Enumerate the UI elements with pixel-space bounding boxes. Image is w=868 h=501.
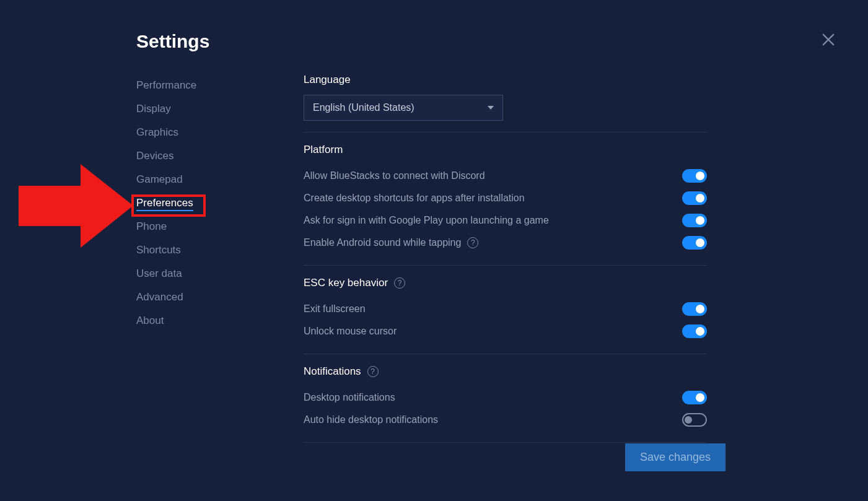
section-language: Language English (United States) (304, 74, 707, 133)
sidebar-item-label: Graphics (136, 126, 178, 138)
section-title-language: Language (304, 74, 707, 86)
sidebar-item-label: Display (136, 103, 171, 115)
toggle-knob (696, 216, 704, 225)
toggle-knob (696, 305, 704, 313)
setting-auto-hide-notifications: Auto hide desktop notifications (304, 409, 707, 431)
sidebar-item-advanced[interactable]: Advanced (136, 285, 183, 309)
section-title-text: ESC key behavior (304, 277, 388, 289)
main-content: Language English (United States) Platfor… (304, 74, 868, 454)
toggle-android-sound[interactable] (682, 236, 707, 250)
setting-unlock-mouse: Unlock mouse cursor (304, 320, 707, 342)
toggle-shortcuts[interactable] (682, 191, 707, 205)
setting-shortcuts: Create desktop shortcuts for apps after … (304, 187, 707, 209)
sidebar-item-performance[interactable]: Performance (136, 74, 196, 97)
section-platform: Platform Allow BlueStacks to connect wit… (304, 144, 707, 266)
toggle-knob (685, 416, 692, 424)
toggle-unlock-mouse[interactable] (682, 325, 707, 338)
setting-label: Enable Android sound while tapping ? (304, 237, 478, 248)
language-selected-value: English (United States) (313, 102, 414, 113)
sidebar-item-user-data[interactable]: User data (136, 262, 182, 285)
section-notifications: Notifications ? Desktop notifications Au… (304, 365, 707, 443)
close-icon (820, 31, 837, 48)
help-icon[interactable]: ? (367, 366, 379, 377)
toggle-desktop-notifications[interactable] (682, 391, 707, 404)
toggle-auto-hide-notifications[interactable] (682, 413, 707, 427)
section-title-esc: ESC key behavior ? (304, 277, 707, 289)
section-title-notifications: Notifications ? (304, 365, 707, 378)
help-icon[interactable]: ? (394, 277, 405, 289)
sidebar-item-label: Preferences (136, 197, 193, 211)
section-title-text: Notifications (304, 365, 361, 378)
sidebar-item-display[interactable]: Display (136, 97, 171, 121)
setting-label: Allow BlueStacks to connect with Discord (304, 170, 485, 181)
language-select[interactable]: English (United States) (304, 95, 503, 121)
sidebar-item-graphics[interactable]: Graphics (136, 121, 178, 144)
sidebar-item-preferences[interactable]: Preferences (136, 191, 193, 215)
help-icon[interactable]: ? (467, 237, 478, 248)
sidebar-item-label: User data (136, 268, 182, 279)
section-title-platform: Platform (304, 144, 707, 156)
sidebar-item-devices[interactable]: Devices (136, 144, 173, 168)
sidebar-item-shortcuts[interactable]: Shortcuts (136, 238, 181, 262)
sidebar-item-label: Devices (136, 150, 173, 162)
setting-exit-fullscreen: Exit fullscreen (304, 298, 707, 320)
setting-label: Create desktop shortcuts for apps after … (304, 193, 525, 204)
sidebar-item-label: Shortcuts (136, 244, 181, 256)
setting-label: Unlock mouse cursor (304, 326, 397, 337)
setting-discord: Allow BlueStacks to connect with Discord (304, 165, 707, 187)
setting-google-signin: Ask for sign in with Google Play upon la… (304, 209, 707, 232)
sidebar-item-label: Phone (136, 220, 167, 232)
toggle-exit-fullscreen[interactable] (682, 302, 707, 316)
toggle-knob (696, 393, 704, 402)
sidebar-item-label: Advanced (136, 291, 183, 303)
toggle-knob (696, 194, 704, 203)
sidebar: Performance Display Graphics Devices Gam… (136, 74, 304, 454)
sidebar-item-about[interactable]: About (136, 309, 164, 333)
setting-label: Exit fullscreen (304, 303, 366, 315)
section-esc: ESC key behavior ? Exit fullscreen Unloc… (304, 277, 707, 354)
toggle-google-signin[interactable] (682, 214, 707, 227)
setting-label-text: Enable Android sound while tapping (304, 237, 461, 248)
setting-label: Desktop notifications (304, 392, 395, 403)
sidebar-item-label: Performance (136, 79, 196, 91)
sidebar-item-gamepad[interactable]: Gamepad (136, 168, 183, 191)
page-title: Settings (136, 31, 868, 52)
toggle-discord[interactable] (682, 169, 707, 183)
setting-desktop-notifications: Desktop notifications (304, 386, 707, 409)
sidebar-item-label: Gamepad (136, 173, 183, 185)
setting-label: Ask for sign in with Google Play upon la… (304, 215, 549, 226)
setting-android-sound: Enable Android sound while tapping ? (304, 232, 707, 254)
caret-down-icon (488, 106, 494, 110)
sidebar-item-label: About (136, 315, 164, 326)
sidebar-item-phone[interactable]: Phone (136, 215, 167, 238)
toggle-knob (696, 172, 704, 180)
setting-label: Auto hide desktop notifications (304, 414, 438, 425)
save-button[interactable]: Save changes (625, 443, 726, 471)
toggle-knob (696, 238, 704, 247)
toggle-knob (696, 327, 704, 336)
close-button[interactable] (820, 31, 837, 48)
